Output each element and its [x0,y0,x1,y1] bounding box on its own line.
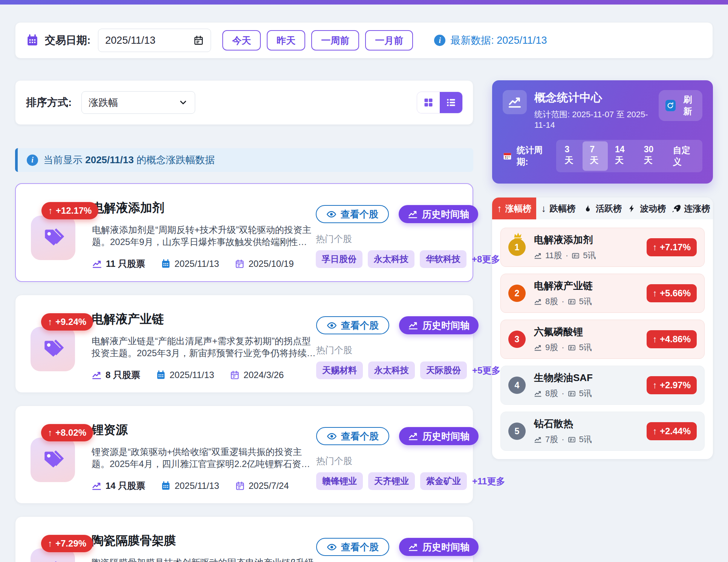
chart-icon [534,390,542,398]
more-stocks-link[interactable]: +5更多 [472,364,500,377]
stock-tag[interactable]: 永太科技 [368,361,415,379]
more-stocks-link[interactable]: +8更多 [472,253,500,265]
calendar-outline-icon [235,481,245,491]
view-stocks-button[interactable]: 查看个股 [316,205,389,223]
chart-icon [92,259,102,269]
rank-change-badge: ↑+2.97% [647,376,697,394]
concept-description: 电解液添加剂是“周期反转+技术升级”双轮驱动的投资主题。2025年9月，山东孚日… [92,224,316,248]
period-30d[interactable]: 30天 [637,141,666,171]
info-icon: i [27,155,38,166]
flame-icon [583,204,592,213]
history-timeline-button[interactable]: 历史时间轴 [399,316,479,334]
tab-active[interactable]: 活跃榜 [580,198,624,219]
quick-range-week-ago-button[interactable]: 一周前 [311,30,359,51]
concept-stats-center-panel: 概念统计中心 统计范围: 2025-11-07 至 2025-11-14 刷新 … [492,80,713,184]
grid-view-button[interactable] [417,92,440,113]
chevron-down-icon [178,98,188,107]
update-date: 2025/11/13 [161,259,219,269]
view-stocks-button[interactable]: 查看个股 [316,538,389,556]
sort-select[interactable]: 涨跌幅 [81,91,195,114]
rank-news-count: 5讯 [579,388,592,399]
tab-losers[interactable]: ↓跌幅榜 [536,198,580,219]
tag-icon [42,227,64,249]
quick-range-today-button[interactable]: 今天 [222,30,261,51]
period-custom[interactable]: 自定义 [666,141,701,171]
rank-item[interactable]: 1 电解液添加剂 11股 · 5讯 ↑+7.1 [500,228,705,267]
tab-gainers[interactable]: ↑涨幅榜 [492,198,536,219]
up-arrow-icon: ↑ [653,380,657,390]
stock-tag[interactable]: 永太科技 [368,250,414,268]
view-stocks-button[interactable]: 查看个股 [316,316,389,334]
concept-title: 陶瓷隔膜骨架膜 [92,533,316,549]
calendar-outline-icon [235,259,245,269]
rank-change-badge: ↑+5.66% [647,284,697,302]
stats-panel-title: 概念统计中心 [534,90,659,106]
chart-icon [92,481,102,491]
stock-tag[interactable]: 华软科技 [420,250,466,268]
eye-icon [327,431,337,441]
datepicker-icon[interactable] [193,35,204,46]
trade-date-value: 2025/11/13 [105,35,155,46]
calendar-icon [156,370,166,380]
concept-card: ↑+9.24% 电解液产业链 电解液产业链是“产能出清尾声+需求复苏初期”的拐点… [15,295,473,393]
origin-date: 2025/10/19 [235,259,294,269]
hot-stocks-label: 热门个股 [316,455,458,467]
up-arrow-icon: ↑ [48,538,52,549]
stock-tag[interactable]: 天际股份 [420,361,467,379]
list-icon [446,97,456,108]
history-timeline-button[interactable]: 历史时间轴 [399,205,478,223]
chart-icon [408,320,418,331]
rank-item[interactable]: 5 钻石散热 7股 · 5讯 ↑+2.44% [500,412,705,451]
rank-stock-count: 7股 [545,434,558,445]
tab-volatility[interactable]: 波动榜 [625,198,669,219]
rank-change-badge: ↑+7.17% [647,238,697,256]
stock-tag[interactable]: 天赐材料 [316,361,363,379]
stock-tag[interactable]: 紫金矿业 [420,472,467,490]
rank-concept-title: 电解液产业链 [534,279,593,292]
up-arrow-icon: ↑ [653,334,657,345]
banner-text: 当前显示 2025/11/13 的概念涨跌幅数据 [43,153,215,167]
tab-streak[interactable]: 连涨榜 [669,198,713,219]
rank-item[interactable]: 4 生物柴油SAF 8股 · 5讯 ↑+2.97% [500,366,705,405]
up-arrow-icon: ↑ [497,203,502,214]
stock-tag[interactable]: 赣锋锂业 [316,472,363,490]
history-timeline-button[interactable]: 历史时间轴 [399,538,479,556]
rank-item[interactable]: 2 电解液产业链 8股 · 5讯 ↑+5.66% [500,274,705,313]
view-stocks-button[interactable]: 查看个股 [316,427,389,445]
rank-badge: 1 [508,239,526,256]
tag-icon [42,560,64,562]
up-arrow-icon: ↑ [653,426,657,436]
quick-range-yesterday-button[interactable]: 昨天 [267,30,305,51]
refresh-icon [665,100,676,111]
concept-list-column: 排序方式: 涨跌幅 i 当前显示 2025/11/13 的概念涨跌幅数据 [15,80,473,562]
period-3d[interactable]: 3天 [558,141,583,171]
quick-range-month-ago-button[interactable]: 一月前 [365,30,413,51]
trade-date-toolbar: 交易日期: 2025/11/13 今天 昨天 一周前 一月前 i 最新数据: 2… [15,22,713,58]
period-14d[interactable]: 14天 [608,141,637,171]
chart-icon [534,344,542,352]
list-view-button[interactable] [440,92,462,113]
concept-avatar [31,216,75,260]
info-icon: i [434,35,445,46]
chart-icon [408,209,418,219]
stock-tag[interactable]: 孚日股份 [316,250,362,268]
up-arrow-icon: ↑ [48,427,52,438]
news-icon [568,298,576,306]
trade-date-input[interactable]: 2025/11/13 [98,29,211,52]
rank-item[interactable]: 3 六氟磷酸锂 9股 · 5讯 ↑+4.86% [500,320,705,359]
stock-tag[interactable]: 天齐锂业 [368,472,415,490]
period-7d[interactable]: 7天 [583,141,608,171]
concept-card: ↑+7.29% 陶瓷隔膜骨架膜 陶瓷隔膜骨架膜是技术创新驱动的固态电池产业链β升… [15,516,473,562]
page-root: 交易日期: 2025/11/13 今天 昨天 一周前 一月前 i 最新数据: 2… [0,5,728,562]
change-badge: ↑+8.02% [41,424,93,441]
rank-badge: 2 [508,285,526,302]
refresh-button[interactable]: 刷新 [659,90,702,121]
more-stocks-link[interactable]: +11更多 [472,475,505,487]
sort-label: 排序方式: [26,95,72,110]
up-arrow-icon: ↑ [48,205,53,216]
news-icon [568,436,576,444]
mini-calendar-icon [503,151,512,161]
stock-count: 8 只股票 [92,369,140,381]
history-timeline-button[interactable]: 历史时间轴 [399,427,479,445]
concept-description: 陶瓷隔膜骨架膜是技术创新驱动的固态电池产业链β升级主题。2025年6月，Quan… [92,557,316,562]
